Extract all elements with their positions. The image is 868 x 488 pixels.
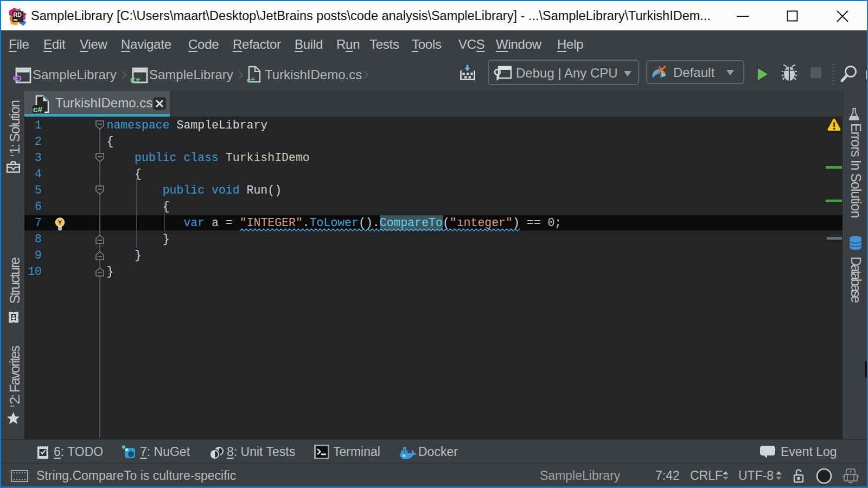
svg-text:C#: C#	[130, 76, 140, 85]
svg-text:RD: RD	[14, 11, 22, 18]
svg-text:c#: c#	[33, 105, 43, 114]
svg-text:c#: c#	[247, 76, 255, 84]
